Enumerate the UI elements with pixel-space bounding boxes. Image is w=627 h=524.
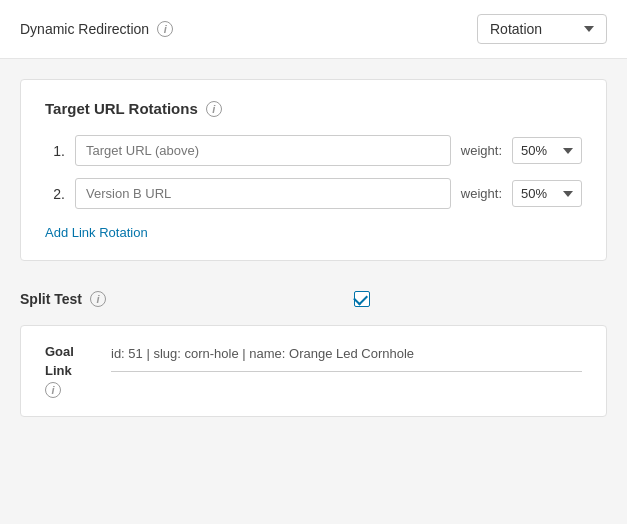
goal-label-line1: Goal <box>45 344 74 359</box>
weight-label-1: weight: <box>461 143 502 158</box>
weight-dropdown-2[interactable]: 50% <box>512 180 582 207</box>
goal-label-line2: Link <box>45 363 72 378</box>
url-input-1[interactable] <box>75 135 451 166</box>
url-row-2: 2. weight: 50% <box>45 178 582 209</box>
goal-row: Goal Link i id: 51 | slug: corn-hole | n… <box>45 344 582 398</box>
url-input-2[interactable] <box>75 178 451 209</box>
dynamic-redirection-info-icon[interactable]: i <box>157 21 173 37</box>
split-test-info-icon[interactable]: i <box>90 291 106 307</box>
target-url-rotations-box: Target URL Rotations i 1. weight: 50% 2.… <box>20 79 607 261</box>
goal-value: id: 51 | slug: corn-hole | name: Orange … <box>111 344 582 372</box>
goal-label-col: Goal Link i <box>45 344 95 398</box>
split-test-checkbox[interactable] <box>354 291 370 307</box>
split-test-label-text: Split Test <box>20 291 82 307</box>
dynamic-redirection-label: Dynamic Redirection <box>20 21 149 37</box>
weight-dropdown-1-chevron-icon <box>563 148 573 154</box>
target-url-rotations-title-text: Target URL Rotations <box>45 100 198 117</box>
goal-section: Goal Link i id: 51 | slug: corn-hole | n… <box>20 325 607 417</box>
weight-label-2: weight: <box>461 186 502 201</box>
main-content: Target URL Rotations i 1. weight: 50% 2.… <box>0 59 627 524</box>
weight-dropdown-1-text: 50% <box>521 143 547 158</box>
target-url-rotations-title: Target URL Rotations i <box>45 100 582 117</box>
url-row-2-number: 2. <box>45 186 65 202</box>
weight-dropdown-1[interactable]: 50% <box>512 137 582 164</box>
url-row-1: 1. weight: 50% <box>45 135 582 166</box>
top-bar: Dynamic Redirection i Rotation <box>0 0 627 59</box>
weight-dropdown-2-text: 50% <box>521 186 547 201</box>
target-url-rotations-info-icon[interactable]: i <box>206 101 222 117</box>
dynamic-redirection-label-group: Dynamic Redirection i <box>20 21 173 37</box>
url-row-1-number: 1. <box>45 143 65 159</box>
add-link-rotation-button[interactable]: Add Link Rotation <box>45 225 148 240</box>
split-test-row: Split Test i <box>20 277 607 321</box>
goal-info-icon[interactable]: i <box>45 382 61 398</box>
rotation-dropdown[interactable]: Rotation <box>477 14 607 44</box>
rotation-dropdown-text: Rotation <box>490 21 542 37</box>
weight-dropdown-2-chevron-icon <box>563 191 573 197</box>
split-test-label: Split Test i <box>20 291 106 307</box>
rotation-dropdown-chevron-icon <box>584 26 594 32</box>
